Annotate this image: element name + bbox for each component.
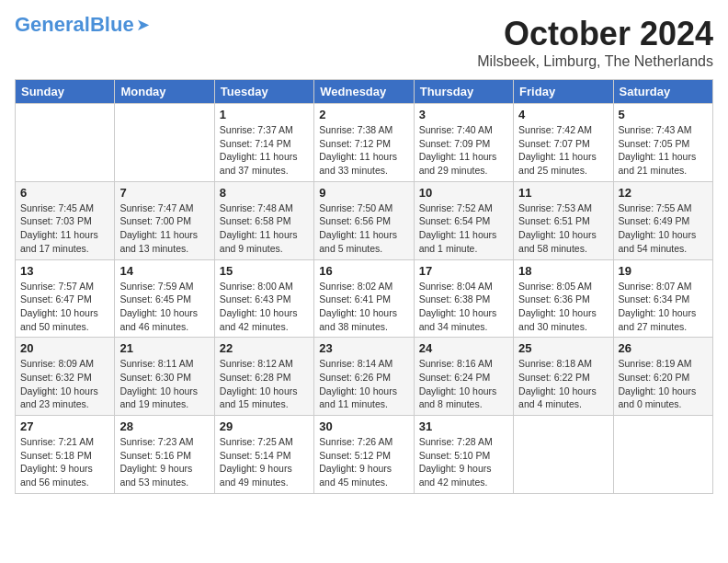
day-detail: Sunrise: 7:21 AM Sunset: 5:18 PM Dayligh… [20,435,109,489]
day-detail: Sunrise: 7:40 AM Sunset: 7:09 PM Dayligh… [419,123,508,178]
calendar-table: SundayMondayTuesdayWednesdayThursdayFrid… [15,79,713,494]
calendar-cell: 19Sunrise: 8:07 AM Sunset: 6:34 PM Dayli… [613,259,712,338]
calendar-cell: 22Sunrise: 8:12 AM Sunset: 6:28 PM Dayli… [214,338,313,416]
day-number: 22 [220,341,309,355]
calendar-cell: 23Sunrise: 8:14 AM Sunset: 6:26 PM Dayli… [314,338,414,416]
day-detail: Sunrise: 7:42 AM Sunset: 7:07 PM Dayligh… [518,123,608,178]
weekday-header: Wednesday [314,80,414,104]
calendar-cell: 5Sunrise: 7:43 AM Sunset: 7:05 PM Daylig… [613,104,712,182]
calendar-cell: 6Sunrise: 7:45 AM Sunset: 7:03 PM Daylig… [16,181,115,259]
day-number: 21 [119,341,209,355]
calendar-week-row: 13Sunrise: 7:57 AM Sunset: 6:47 PM Dayli… [16,259,713,338]
calendar-cell: 2Sunrise: 7:38 AM Sunset: 7:12 PM Daylig… [314,104,414,182]
day-detail: Sunrise: 7:37 AM Sunset: 7:14 PM Dayligh… [220,123,309,178]
day-number: 5 [619,108,708,121]
calendar-week-row: 1Sunrise: 7:37 AM Sunset: 7:14 PM Daylig… [16,104,713,182]
calendar-cell: 3Sunrise: 7:40 AM Sunset: 7:09 PM Daylig… [414,104,513,182]
day-number: 19 [619,264,708,278]
weekday-header: Sunday [16,80,115,104]
day-detail: Sunrise: 7:59 AM Sunset: 6:45 PM Dayligh… [119,280,209,334]
day-detail: Sunrise: 8:09 AM Sunset: 6:32 PM Dayligh… [20,357,109,411]
day-number: 13 [20,264,109,278]
calendar-subtitle: Milsbeek, Limburg, The Netherlands [477,53,713,70]
day-detail: Sunrise: 7:45 AM Sunset: 7:03 PM Dayligh… [20,201,109,256]
calendar-cell: 20Sunrise: 8:09 AM Sunset: 6:32 PM Dayli… [16,338,115,416]
calendar-cell: 24Sunrise: 8:16 AM Sunset: 6:24 PM Dayli… [414,338,513,416]
day-number: 12 [619,186,708,200]
page-header: GeneralBlue ➤ October 2024 Milsbeek, Lim… [15,15,713,70]
day-detail: Sunrise: 8:00 AM Sunset: 6:43 PM Dayligh… [220,280,309,334]
day-number: 6 [20,186,109,200]
day-detail: Sunrise: 7:26 AM Sunset: 5:12 PM Dayligh… [319,435,408,489]
day-number: 7 [119,186,209,200]
day-detail: Sunrise: 7:28 AM Sunset: 5:10 PM Dayligh… [419,435,508,489]
day-detail: Sunrise: 8:02 AM Sunset: 6:41 PM Dayligh… [319,280,408,334]
day-number: 20 [20,341,109,355]
calendar-cell [613,416,712,494]
calendar-cell: 26Sunrise: 8:19 AM Sunset: 6:20 PM Dayli… [613,338,712,416]
weekday-header: Friday [514,80,613,104]
title-block: October 2024 Milsbeek, Limburg, The Neth… [477,15,713,70]
calendar-cell: 15Sunrise: 8:00 AM Sunset: 6:43 PM Dayli… [214,259,313,338]
day-detail: Sunrise: 8:11 AM Sunset: 6:30 PM Dayligh… [119,357,209,411]
day-detail: Sunrise: 7:43 AM Sunset: 7:05 PM Dayligh… [619,123,708,178]
day-detail: Sunrise: 7:48 AM Sunset: 6:58 PM Dayligh… [220,201,309,256]
calendar-cell: 31Sunrise: 7:28 AM Sunset: 5:10 PM Dayli… [414,416,513,494]
calendar-cell [514,416,613,494]
day-number: 25 [518,341,608,355]
day-number: 24 [419,341,508,355]
weekday-header: Tuesday [214,80,313,104]
day-detail: Sunrise: 8:19 AM Sunset: 6:20 PM Dayligh… [619,357,708,411]
day-number: 18 [518,264,608,278]
day-number: 31 [419,419,508,433]
calendar-cell: 28Sunrise: 7:23 AM Sunset: 5:16 PM Dayli… [115,416,214,494]
calendar-cell: 13Sunrise: 7:57 AM Sunset: 6:47 PM Dayli… [16,259,115,338]
day-detail: Sunrise: 7:55 AM Sunset: 6:49 PM Dayligh… [619,201,708,256]
day-detail: Sunrise: 8:05 AM Sunset: 6:36 PM Dayligh… [518,280,608,334]
day-number: 15 [220,264,309,278]
day-number: 28 [119,419,209,433]
day-detail: Sunrise: 8:16 AM Sunset: 6:24 PM Dayligh… [419,357,508,411]
day-detail: Sunrise: 8:04 AM Sunset: 6:38 PM Dayligh… [419,280,508,334]
calendar-cell: 10Sunrise: 7:52 AM Sunset: 6:54 PM Dayli… [414,181,513,259]
weekday-header: Monday [115,80,214,104]
logo-text: GeneralBlue [15,15,134,35]
calendar-cell: 29Sunrise: 7:25 AM Sunset: 5:14 PM Dayli… [214,416,313,494]
day-number: 2 [319,108,408,121]
day-number: 4 [518,108,608,121]
calendar-cell: 11Sunrise: 7:53 AM Sunset: 6:51 PM Dayli… [514,181,613,259]
logo-blue: Blue [90,13,134,36]
day-number: 10 [419,186,508,200]
calendar-cell: 12Sunrise: 7:55 AM Sunset: 6:49 PM Dayli… [613,181,712,259]
day-detail: Sunrise: 7:23 AM Sunset: 5:16 PM Dayligh… [119,435,209,489]
day-detail: Sunrise: 7:25 AM Sunset: 5:14 PM Dayligh… [220,435,309,489]
calendar-cell: 27Sunrise: 7:21 AM Sunset: 5:18 PM Dayli… [16,416,115,494]
logo: GeneralBlue ➤ [15,15,150,35]
weekday-header: Saturday [613,80,712,104]
calendar-week-row: 20Sunrise: 8:09 AM Sunset: 6:32 PM Dayli… [16,338,713,416]
calendar-cell: 4Sunrise: 7:42 AM Sunset: 7:07 PM Daylig… [514,104,613,182]
logo-general: General [15,13,90,36]
day-detail: Sunrise: 7:38 AM Sunset: 7:12 PM Dayligh… [319,123,408,178]
calendar-title: October 2024 [477,15,713,53]
day-number: 26 [619,341,708,355]
calendar-week-row: 27Sunrise: 7:21 AM Sunset: 5:18 PM Dayli… [16,416,713,494]
calendar-week-row: 6Sunrise: 7:45 AM Sunset: 7:03 PM Daylig… [16,181,713,259]
day-number: 23 [319,341,408,355]
day-detail: Sunrise: 8:07 AM Sunset: 6:34 PM Dayligh… [619,280,708,334]
day-number: 3 [419,108,508,121]
calendar-cell: 16Sunrise: 8:02 AM Sunset: 6:41 PM Dayli… [314,259,414,338]
day-number: 16 [319,264,408,278]
day-number: 17 [419,264,508,278]
day-number: 30 [319,419,408,433]
day-number: 9 [319,186,408,200]
calendar-cell: 30Sunrise: 7:26 AM Sunset: 5:12 PM Dayli… [314,416,414,494]
calendar-cell: 14Sunrise: 7:59 AM Sunset: 6:45 PM Dayli… [115,259,214,338]
calendar-cell: 25Sunrise: 8:18 AM Sunset: 6:22 PM Dayli… [514,338,613,416]
weekday-header: Thursday [414,80,513,104]
day-number: 14 [119,264,209,278]
day-detail: Sunrise: 7:47 AM Sunset: 7:00 PM Dayligh… [119,201,209,256]
calendar-cell: 9Sunrise: 7:50 AM Sunset: 6:56 PM Daylig… [314,181,414,259]
calendar-cell: 7Sunrise: 7:47 AM Sunset: 7:00 PM Daylig… [115,181,214,259]
day-number: 29 [220,419,309,433]
